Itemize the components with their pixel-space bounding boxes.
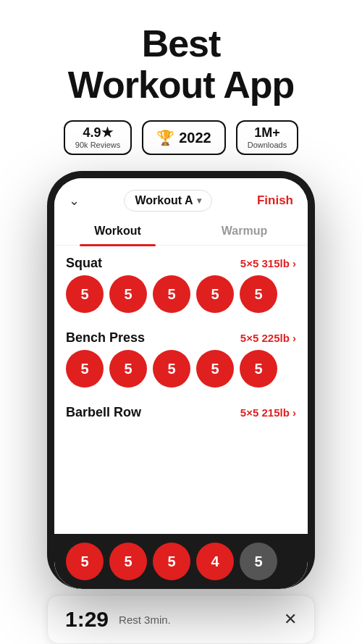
phone-frame: ⌄ Workout A ▾ Finish Workout Warmup [47, 171, 315, 589]
bench-set-4[interactable]: 5 [196, 350, 234, 388]
squat-sets-row: 5 5 5 5 5 [66, 275, 296, 320]
hero-title: Best Workout App [68, 23, 295, 106]
squat-set-5[interactable]: 5 [240, 275, 277, 313]
barbell-set-4[interactable]: 4 [196, 543, 234, 580]
selector-arrow-icon: ▾ [197, 196, 201, 206]
phone-tabs: Workout Warmup [54, 217, 308, 246]
squat-set-1[interactable]: 5 [66, 275, 104, 313]
barbell-set-1[interactable]: 5 [66, 543, 104, 580]
squat-set-2[interactable]: 5 [109, 275, 147, 313]
rating-sub: 90k Reviews [75, 141, 120, 149]
exercise-bench-sets: 5×5 225lb › [240, 332, 296, 344]
phone-screen: ⌄ Workout A ▾ Finish Workout Warmup [54, 178, 308, 589]
timer-close-button[interactable]: ✕ [284, 610, 297, 629]
exercise-barbell-sets: 5×5 215lb › [240, 406, 296, 419]
downloads-badge: 1M+ Downloads [236, 120, 298, 155]
phone-bottom-bar: 5 5 5 4 5 [54, 534, 308, 589]
phone-content: Squat 5×5 315lb › 5 5 5 5 5 Bench Press … [54, 246, 308, 534]
exercise-bench-header: Bench Press 5×5 225lb › [66, 320, 296, 350]
exercise-squat-header: Squat 5×5 315lb › [66, 246, 296, 275]
bench-set-2[interactable]: 5 [109, 350, 147, 388]
barbell-set-5[interactable]: 5 [240, 543, 277, 580]
exercise-bench-name: Bench Press [66, 330, 145, 346]
award-badge: 🏆 2022 [142, 120, 226, 155]
bench-set-1[interactable]: 5 [66, 350, 104, 388]
downloads-sub: Downloads [248, 141, 287, 149]
rating-badge: 4.9★ 90k Reviews [64, 120, 132, 155]
award-year: 2022 [179, 130, 211, 146]
exercise-barbell-name: Barbell Row [66, 405, 141, 420]
chevron-down-icon[interactable]: ⌄ [69, 193, 80, 209]
bench-sets-row: 5 5 5 5 5 [66, 350, 296, 395]
workout-selector[interactable]: Workout A ▾ [124, 190, 212, 212]
badges-row: 4.9★ 90k Reviews 🏆 2022 1M+ Downloads [64, 120, 298, 155]
bench-set-3[interactable]: 5 [153, 350, 190, 388]
phone-topbar: ⌄ Workout A ▾ Finish [54, 178, 308, 217]
downloads-value: 1M+ [254, 126, 280, 141]
exercise-barbell-header: Barbell Row 5×5 215lb › [66, 395, 296, 425]
rest-timer-bar: 1:29 Rest 3min. ✕ [47, 595, 315, 644]
trophy-icon: 🏆 [156, 129, 174, 146]
exercise-squat-sets: 5×5 315lb › [240, 257, 296, 269]
tab-warmup[interactable]: Warmup [181, 217, 308, 245]
workout-name: Workout A [135, 194, 193, 207]
tab-workout[interactable]: Workout [54, 217, 181, 245]
phone-mockup: ⌄ Workout A ▾ Finish Workout Warmup [47, 171, 315, 589]
bench-set-5[interactable]: 5 [240, 350, 277, 388]
finish-button[interactable]: Finish [257, 193, 293, 208]
squat-set-3[interactable]: 5 [153, 275, 190, 313]
timer-label: Rest 3min. [119, 614, 171, 626]
exercise-squat-name: Squat [66, 256, 102, 271]
squat-set-4[interactable]: 5 [196, 275, 234, 313]
barbell-set-3[interactable]: 5 [153, 543, 190, 580]
timer-time: 1:29 [65, 607, 109, 632]
barbell-set-2[interactable]: 5 [109, 543, 147, 580]
rating-value: 4.9★ [83, 126, 113, 141]
timer-left: 1:29 Rest 3min. [65, 607, 171, 632]
